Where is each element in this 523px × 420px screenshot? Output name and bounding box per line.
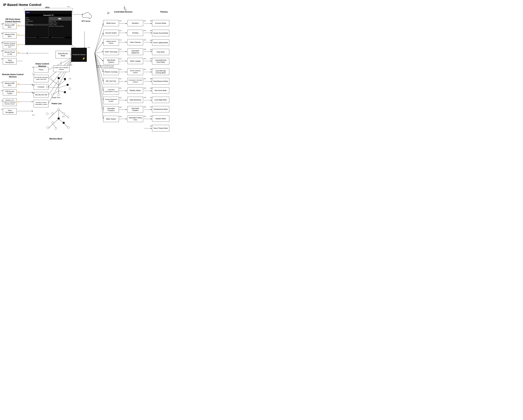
num-344: 344 bbox=[144, 78, 146, 80]
switch-router-bridge: Switch/Router/ Bridge bbox=[56, 51, 70, 58]
num-374: 374 bbox=[150, 115, 152, 117]
svg-line-24 bbox=[95, 24, 103, 53]
svg-line-66 bbox=[53, 109, 59, 114]
device-stb: Set Top Box Decoder Cable Card DVR bbox=[34, 75, 49, 82]
num-362: 362 bbox=[150, 58, 152, 59]
num-358: 358 bbox=[150, 40, 152, 41]
num-350: 350 bbox=[144, 106, 146, 108]
svg-line-28 bbox=[95, 53, 103, 61]
num-209: 209 bbox=[32, 92, 34, 94]
num-314: 314 bbox=[119, 39, 122, 41]
mesh-node-6 bbox=[57, 117, 60, 120]
num-203: 203 bbox=[62, 116, 65, 117]
num-308: 308 bbox=[70, 64, 72, 66]
num-328: 328 bbox=[119, 107, 122, 108]
num-376: 376 bbox=[150, 125, 152, 127]
wireless-icon-1: ⚡ bbox=[17, 24, 20, 27]
num-336: 336 bbox=[144, 39, 146, 41]
cd2-utility-monitoring: Utility Monitoring bbox=[128, 97, 143, 103]
network-label: Existing Home Network Power Line, Cat 5,… bbox=[96, 65, 114, 68]
cd2-appliances: Automated Appliances bbox=[128, 49, 143, 55]
num-354: 354 bbox=[150, 20, 152, 22]
svg-line-31 bbox=[95, 53, 103, 91]
cd-window-coverings: Window Coverings bbox=[103, 68, 119, 75]
svg-line-25 bbox=[95, 33, 103, 53]
wireless-icon-3: ⚡ bbox=[17, 43, 20, 46]
mesh-node-1 bbox=[46, 113, 48, 115]
iptv-movies: Movies / VoD bbox=[49, 21, 72, 22]
num-326: 326 bbox=[119, 97, 122, 99]
num-352: 352 bbox=[144, 115, 146, 117]
num-340: 340 bbox=[144, 58, 146, 59]
num-204-bot: 204 bbox=[32, 114, 34, 116]
mesh-node-8 bbox=[63, 122, 65, 124]
cd-hvac: HVAC Thermostat bbox=[103, 49, 119, 55]
cluster-node-9 bbox=[57, 94, 60, 96]
cluster-node-2 bbox=[50, 78, 52, 80]
num-334: 334 bbox=[144, 30, 146, 31]
device-wpmp1: Wireless PMP Wi-Fi bbox=[3, 23, 16, 29]
iptv-image: ▊▋▌▍ bbox=[49, 17, 72, 21]
iptv-games: Games Music bbox=[49, 24, 72, 25]
num-206: 206 bbox=[1, 50, 3, 52]
cd-security-system: Security System bbox=[103, 30, 119, 36]
num-316: 316 bbox=[119, 49, 122, 50]
section-off-prem: Off Prem Home Control Devices bbox=[2, 18, 24, 23]
powerline-wireless: Power Line or Wireless Solution bbox=[53, 66, 70, 72]
cd2-video-cameras: Video Cameras bbox=[128, 39, 143, 45]
cluster-node-7 bbox=[51, 94, 54, 96]
num-332: 332 bbox=[144, 20, 146, 22]
num-202: 202 bbox=[69, 78, 71, 80]
num-356: 356 bbox=[150, 30, 152, 31]
num-204-top: 204 bbox=[1, 33, 3, 34]
cd-lighting: Lighting Interior/ Exterior bbox=[103, 39, 119, 46]
device-skp: Security Key Pad bbox=[34, 92, 49, 98]
num-300: 300 bbox=[124, 9, 127, 11]
cd-fountains: Automated Fountains bbox=[103, 107, 119, 113]
theme-scene-lighting: Scene Lighting Mode bbox=[152, 40, 169, 46]
num-208: 208 bbox=[32, 84, 34, 86]
cluster-node-6 bbox=[69, 88, 71, 90]
device-rpc: Remote Phone or Cell bbox=[3, 50, 16, 56]
num-324: 324 bbox=[119, 87, 122, 89]
num-122: 122 bbox=[88, 47, 90, 48]
iptv-screen: IPTV Interactive TV Email Internet Admin… bbox=[25, 11, 72, 45]
cd-water-heaters: Water Heaters bbox=[103, 116, 119, 122]
mesh-node-4 bbox=[63, 112, 65, 115]
cluster-node-5 bbox=[66, 84, 69, 86]
num-215: 215 bbox=[1, 100, 3, 102]
iptv-server-label: IPTV Server bbox=[82, 20, 90, 22]
num-370: 370 bbox=[150, 97, 152, 98]
section-remote-home: Remote Home Control Devices bbox=[1, 73, 25, 78]
device-wpmp2: Wireless PMPWi-Fi bbox=[3, 81, 16, 87]
num-306: 306 bbox=[71, 50, 73, 51]
num-210: 210 bbox=[1, 23, 3, 25]
wireless-icon-4: ⚡ bbox=[17, 51, 20, 54]
device-wlcd: Wireless LCD Panel or Advanced Remote Co… bbox=[3, 98, 16, 106]
residential-gateway: Residential Gateway ⚡ bbox=[71, 48, 87, 62]
svg-line-34 bbox=[95, 53, 103, 119]
mesh-node-3 bbox=[57, 108, 60, 110]
theme-panic: Panic/Deterent Mode bbox=[152, 78, 169, 84]
num-133: 133 bbox=[67, 6, 70, 8]
mesh-node-2 bbox=[51, 112, 54, 115]
device-wpda: Wireless PDA Wi-Fi bbox=[3, 33, 16, 39]
cd2-weather-station: Weather Station bbox=[128, 87, 143, 94]
cd2-pool-spa: Pool/Spa bbox=[128, 30, 143, 36]
theme-sunrise: Sunrise Sunset Mode bbox=[152, 30, 169, 36]
svg-line-73 bbox=[49, 124, 53, 128]
device-stbr: STB Remote Control bbox=[3, 90, 16, 95]
num-320: 320 bbox=[119, 68, 122, 70]
iptv-homecontrol: Home Control bbox=[26, 24, 48, 26]
iptv-help: Help bbox=[26, 22, 48, 24]
mesh-node-11 bbox=[67, 126, 69, 129]
page-title: IP Based Home Control bbox=[3, 3, 41, 7]
theme-economy: Economy Mode bbox=[152, 20, 169, 26]
svg-line-29 bbox=[95, 53, 103, 72]
num-312: 312 bbox=[119, 30, 122, 31]
mesh-node-10 bbox=[55, 127, 57, 130]
svg-line-71 bbox=[53, 119, 59, 124]
device-phone: Phone bbox=[34, 67, 49, 73]
iptv-label: IPTV bbox=[45, 7, 49, 9]
device-sha: Security or Home Automation Control bbox=[34, 100, 49, 107]
